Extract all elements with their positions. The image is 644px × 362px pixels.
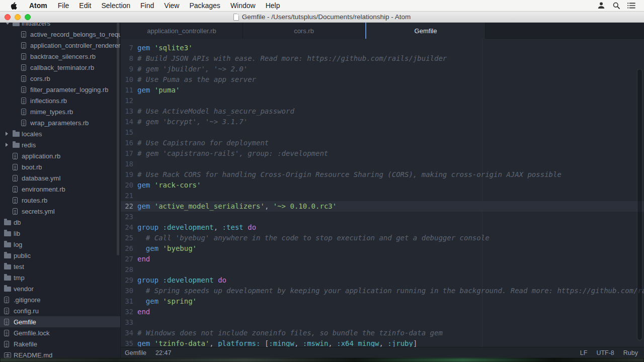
tree-item-tmp[interactable]: tmp — [0, 272, 121, 283]
tree-item-config-ru[interactable]: config.ru — [0, 305, 121, 316]
code-text: group :development do — [137, 275, 226, 286]
tree-item-filter-parameter-logging-rb[interactable]: filter_parameter_logging.rb — [0, 84, 121, 95]
code-line-16[interactable]: 16# Use Capistrano for deployment — [121, 138, 644, 148]
tab-gemfile[interactable]: Gemfile — [365, 23, 486, 39]
tree-item-label: database.yml — [22, 174, 60, 182]
tree-item-public[interactable]: public — [0, 250, 121, 261]
menu-item-window[interactable]: Window — [225, 0, 261, 12]
menu-item-file[interactable]: File — [53, 0, 74, 12]
apple-menu[interactable] — [10, 2, 19, 10]
tree-item-redis[interactable]: redis — [0, 139, 121, 150]
menu-item-view[interactable]: View — [159, 0, 184, 12]
menu-item-find[interactable]: Find — [135, 0, 159, 12]
tree-item-label: inflections.rb — [30, 97, 67, 105]
code-line-25[interactable]: 25 # Call 'byebug' anywhere in the code … — [121, 233, 644, 243]
title-bar[interactable]: Gemfile - /Users/tutsplus/Documents/rela… — [0, 12, 644, 23]
status-file-name[interactable]: Gemfile — [125, 349, 146, 356]
code-line-22[interactable]: 22gem 'active_model_serializers', '~> 0.… — [121, 201, 644, 212]
code-line-27[interactable]: 27end — [121, 254, 644, 264]
status-encoding[interactable]: UTF-8 — [596, 349, 614, 356]
code-line-35[interactable]: 35gem 'tzinfo-data', platforms: [:mingw,… — [121, 338, 644, 347]
line-number: 14 — [121, 117, 137, 127]
tree-item-database-yml[interactable]: database.yml — [0, 172, 121, 184]
code-line-10[interactable]: 10# Use Puma as the app server — [121, 74, 644, 85]
chevron-down-icon[interactable] — [6, 23, 10, 25]
tree-item-application-controller-renderer-rb[interactable]: application_controller_renderer.rb — [0, 40, 121, 51]
tree-item-locales[interactable]: locales — [0, 128, 121, 139]
status-line-ending[interactable]: LF — [580, 349, 588, 356]
file-icon — [4, 308, 9, 314]
tab-cors[interactable]: cors.rb — [243, 23, 365, 39]
menu-item-selection[interactable]: Selection — [96, 0, 135, 12]
tree-item-callback-terminator-rb[interactable]: callback_terminator.rb — [0, 62, 121, 73]
code-line-7[interactable]: 7gem 'sqlite3' — [121, 43, 644, 53]
code-line-26[interactable]: 26 gem 'byebug' — [121, 243, 644, 254]
code-line-34[interactable]: 34# Windows does not include zoneinfo fi… — [121, 328, 644, 338]
search-icon[interactable] — [611, 1, 622, 10]
tree-item-gemfile[interactable]: Gemfile — [0, 316, 121, 327]
code-line-11[interactable]: 11gem 'puma' — [121, 85, 644, 96]
file-icon — [13, 164, 18, 170]
code-line-14[interactable]: 14# gem 'bcrypt', '~> 3.1.7' — [121, 117, 644, 127]
tree-item-secrets-yml[interactable]: secrets.yml — [0, 206, 121, 217]
line-number: 32 — [121, 307, 137, 317]
code-line-18[interactable]: 18 — [121, 159, 644, 169]
editor[interactable]: 7gem 'sqlite3'8# Build JSON APIs with ea… — [121, 39, 644, 347]
chevron-right-icon[interactable] — [6, 143, 8, 147]
status-grammar[interactable]: Ruby — [623, 349, 638, 356]
tree-item-active-record-belongs-to-required[interactable]: active_record_belongs_to_required — [0, 29, 121, 40]
editor-scrollbar-thumb[interactable] — [637, 69, 642, 340]
code-line-21[interactable]: 21 — [121, 191, 644, 201]
tree-item-log[interactable]: log — [0, 239, 121, 250]
tree-item-inflections-rb[interactable]: inflections.rb — [0, 95, 121, 106]
tree-item-db[interactable]: db — [0, 217, 121, 228]
minimize-button[interactable] — [15, 14, 21, 20]
code-line-15[interactable]: 15 — [121, 127, 644, 138]
tree-item-environment-rb[interactable]: environment.rb — [0, 184, 121, 195]
code-line-8[interactable]: 8# Build JSON APIs with ease. Read more:… — [121, 53, 644, 64]
tree-item-gitignore[interactable]: .gitignore — [0, 294, 121, 305]
tree-item-test[interactable]: test — [0, 261, 121, 272]
code-text: gem 'rack-cors' — [137, 180, 201, 191]
code-line-29[interactable]: 29group :development do — [121, 275, 644, 286]
tree-item-mime-types-rb[interactable]: mime_types.rb — [0, 106, 121, 117]
menu-item-atom[interactable]: Atom — [24, 0, 53, 12]
tree-item-wrap-parameters-rb[interactable]: wrap_parameters.rb — [0, 117, 121, 128]
code-line-30[interactable]: 30 # Spring speeds up development by kee… — [121, 286, 644, 296]
code-line-23[interactable]: 23 — [121, 212, 644, 222]
status-cursor-position[interactable]: 22:47 — [155, 349, 171, 356]
line-number: 24 — [121, 222, 137, 233]
tree-item-cors-rb[interactable]: cors.rb — [0, 73, 121, 84]
code-line-9[interactable]: 9# gem 'jbuilder', '~> 2.0' — [121, 64, 644, 74]
tree-item-gemfile-lock[interactable]: Gemfile.lock — [0, 327, 121, 338]
code-line-33[interactable]: 33 — [121, 317, 644, 328]
tree-item-lib[interactable]: lib — [0, 228, 121, 239]
code-line-19[interactable]: 19# Use Rack CORS for handling Cross-Ori… — [121, 169, 644, 180]
menu-item-packages[interactable]: Packages — [184, 0, 225, 12]
code-line-17[interactable]: 17# gem 'capistrano-rails', group: :deve… — [121, 148, 644, 159]
code-line-32[interactable]: 32end — [121, 307, 644, 317]
code-line-20[interactable]: 20gem 'rack-cors' — [121, 180, 644, 191]
menu-item-help[interactable]: Help — [261, 0, 285, 12]
code-line-31[interactable]: 31 gem 'spring' — [121, 296, 644, 307]
tree-item-boot-rb[interactable]: boot.rb — [0, 161, 121, 172]
menu-item-edit[interactable]: Edit — [74, 0, 96, 12]
tree-item-application-rb[interactable]: application.rb — [0, 150, 121, 161]
code-line-28[interactable]: 28 — [121, 264, 644, 275]
close-button[interactable] — [5, 14, 11, 20]
tree-item-vendor[interactable]: vendor — [0, 283, 121, 294]
tree-scrollbar-thumb[interactable] — [117, 23, 119, 255]
tab-application-controller[interactable]: application_controller.rb — [121, 23, 243, 39]
user-icon[interactable] — [596, 1, 607, 10]
list-icon[interactable] — [626, 1, 637, 10]
tree-item-backtrace-silencers-rb[interactable]: backtrace_silencers.rb — [0, 51, 121, 62]
code-line-13[interactable]: 13# Use ActiveModel has_secure_password — [121, 106, 644, 117]
code-line-24[interactable]: 24group :development, :test do — [121, 222, 644, 233]
chevron-right-icon[interactable] — [6, 132, 8, 136]
tree-item-readme-md[interactable]: README.md — [0, 349, 121, 358]
zoom-button[interactable] — [25, 14, 31, 20]
tree-item-routes-rb[interactable]: routes.rb — [0, 195, 121, 206]
tree-item-rakefile[interactable]: Rakefile — [0, 338, 121, 349]
code-line-12[interactable]: 12 — [121, 96, 644, 106]
tree-item-initializers[interactable]: initializers — [0, 23, 121, 29]
